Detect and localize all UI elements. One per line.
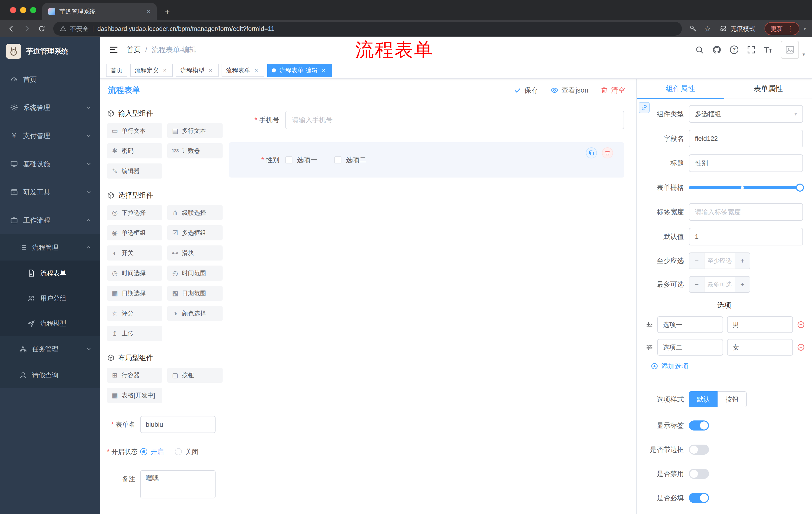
tag-process-model[interactable]: 流程模型 ×: [176, 64, 219, 77]
tag-close-icon[interactable]: ×: [253, 67, 260, 74]
palette-item-single-text[interactable]: ▭单行文本: [107, 123, 162, 138]
window-minimize-button[interactable]: [20, 7, 26, 13]
tab-form-props[interactable]: 表单属性: [724, 79, 812, 99]
palette-item-cascader[interactable]: ⋔级联选择: [167, 205, 223, 220]
form-canvas[interactable]: 手机号 性别 选项一 选项二: [229, 102, 636, 514]
style-button-button[interactable]: 按钮: [718, 391, 747, 407]
remove-option-button[interactable]: [797, 343, 805, 351]
browser-update-button[interactable]: 更新 ⋮: [764, 22, 800, 35]
sidebar-item-leave-query[interactable]: 请假查询: [0, 362, 100, 388]
help-icon[interactable]: [730, 46, 738, 54]
save-button[interactable]: 保存: [514, 85, 539, 95]
tag-close-icon[interactable]: ×: [320, 67, 327, 74]
checkbox-box[interactable]: [335, 156, 342, 163]
sidebar-item-user-groups[interactable]: 用户分组: [0, 286, 100, 311]
add-option-button[interactable]: 添加选项: [637, 361, 812, 371]
show-label-toggle[interactable]: [689, 421, 709, 431]
disabled-toggle[interactable]: [689, 469, 709, 479]
palette-item-time-picker[interactable]: ◷时间选择: [107, 266, 162, 281]
component-type-select[interactable]: 多选框组 ▾: [689, 105, 803, 123]
required-toggle[interactable]: [689, 493, 709, 503]
sidebar-item-infra[interactable]: 基础设施: [0, 150, 100, 178]
back-button[interactable]: [5, 22, 18, 35]
tab-close-icon[interactable]: ×: [145, 7, 153, 16]
palette-item-color-picker[interactable]: ◑颜色选择: [167, 306, 223, 321]
address-bar[interactable]: 不安全 | dashboard.yudao.iocoder.cn/bpm/man…: [53, 22, 682, 36]
forward-button[interactable]: [20, 22, 33, 35]
sidebar-item-payment[interactable]: ¥ 支付管理: [0, 122, 100, 150]
widget-copy-button[interactable]: [586, 147, 597, 158]
tag-process-form-edit[interactable]: 流程表单-编辑 ×: [267, 64, 331, 77]
max-select-value[interactable]: 最多可选: [704, 277, 735, 292]
sidebar-item-devtools[interactable]: 研发工具: [0, 178, 100, 206]
style-default-button[interactable]: 默认: [689, 391, 718, 407]
view-json-button[interactable]: 查看json: [550, 85, 588, 95]
palette-item-rate[interactable]: ☆评分: [107, 306, 162, 321]
palette-item-multi-text[interactable]: ▤多行文本: [167, 123, 223, 138]
clear-button[interactable]: 清空: [601, 85, 625, 95]
remove-option-button[interactable]: [797, 321, 805, 329]
window-zoom-button[interactable]: [30, 7, 36, 13]
tag-home[interactable]: 首页: [106, 64, 127, 77]
border-toggle[interactable]: [689, 444, 709, 455]
form-widget-gender-selected[interactable]: 性别 选项一 选项二: [229, 142, 624, 178]
app-logo[interactable]: 芋道管理系统: [0, 37, 100, 65]
sidebar-item-process-management[interactable]: 流程管理: [0, 234, 100, 261]
palette-item-editor[interactable]: ✎编辑器: [107, 163, 162, 179]
browser-menu-dots-icon[interactable]: ⋮: [787, 25, 793, 32]
form-name-input[interactable]: [140, 416, 215, 433]
palette-item-slider[interactable]: ⊷滑块: [167, 245, 223, 261]
form-remark-textarea[interactable]: 嘿嘿: [140, 470, 215, 498]
palette-item-date-picker[interactable]: ▦日期选择: [107, 286, 162, 301]
new-tab-button[interactable]: +: [161, 5, 174, 18]
palette-item-switch[interactable]: ◐开关: [107, 245, 162, 261]
font-size-icon[interactable]: [764, 45, 772, 55]
palette-item-time-range[interactable]: ◴时间范围: [167, 266, 223, 281]
palette-item-checkbox-group[interactable]: ☑多选框组: [167, 225, 223, 240]
option-label-input[interactable]: [657, 339, 723, 356]
sidebar-item-home[interactable]: 首页: [0, 65, 100, 93]
sidebar-item-process-model[interactable]: 流程模型: [0, 311, 100, 336]
drag-handle-icon[interactable]: [646, 321, 653, 328]
tag-process-definition[interactable]: 流程定义 ×: [130, 64, 173, 77]
window-close-button[interactable]: [10, 7, 16, 13]
palette-item-date-range[interactable]: ▩日期范围: [167, 286, 223, 301]
breadcrumb-home[interactable]: 首页: [127, 45, 141, 55]
tag-process-form[interactable]: 流程表单 ×: [222, 64, 264, 77]
grid-slider[interactable]: [689, 186, 803, 189]
palette-item-radio-group[interactable]: ◉单选框组: [107, 225, 162, 240]
field-name-input[interactable]: [689, 130, 803, 147]
label-width-input[interactable]: [689, 203, 803, 221]
tag-close-icon[interactable]: ×: [207, 67, 214, 74]
form-widget-phone[interactable]: 手机号: [229, 111, 624, 129]
decrease-button[interactable]: −: [689, 253, 704, 269]
increase-button[interactable]: +: [735, 253, 750, 269]
default-value-input[interactable]: [689, 228, 803, 245]
status-on-radio[interactable]: 开启: [140, 443, 164, 460]
password-key-icon[interactable]: [689, 25, 697, 32]
browser-tab[interactable]: 芋道管理系统 ×: [42, 3, 157, 20]
option-value-input[interactable]: [727, 316, 793, 333]
palette-item-password[interactable]: ✱密码: [107, 143, 162, 158]
widget-delete-button[interactable]: [602, 147, 613, 158]
sidebar-item-process-form[interactable]: 流程表单: [0, 261, 100, 286]
palette-item-counter[interactable]: 123计数器: [167, 143, 223, 158]
chevron-down-icon[interactable]: ▾: [804, 26, 806, 32]
fullscreen-icon[interactable]: [747, 46, 755, 54]
checkbox-box[interactable]: [285, 156, 292, 163]
avatar-caret-icon[interactable]: ▾: [803, 51, 805, 59]
palette-item-upload[interactable]: ↥上传: [107, 326, 162, 341]
title-input[interactable]: [689, 154, 803, 172]
sidebar-item-system[interactable]: 系统管理: [0, 93, 100, 122]
palette-item-button[interactable]: ▢按钮: [167, 368, 223, 383]
option-value-input[interactable]: [727, 339, 793, 356]
bookmark-star-icon[interactable]: ☆: [704, 24, 711, 33]
sidebar-item-workflow[interactable]: 工作流程: [0, 206, 100, 234]
status-off-radio[interactable]: 关闭: [175, 443, 199, 460]
palette-item-select[interactable]: ◎下拉选择: [107, 205, 162, 220]
increase-button[interactable]: +: [735, 277, 750, 292]
option-label-input[interactable]: [657, 316, 723, 333]
reload-button[interactable]: [35, 22, 48, 35]
phone-input[interactable]: [285, 111, 624, 129]
link-icon[interactable]: [639, 102, 650, 113]
